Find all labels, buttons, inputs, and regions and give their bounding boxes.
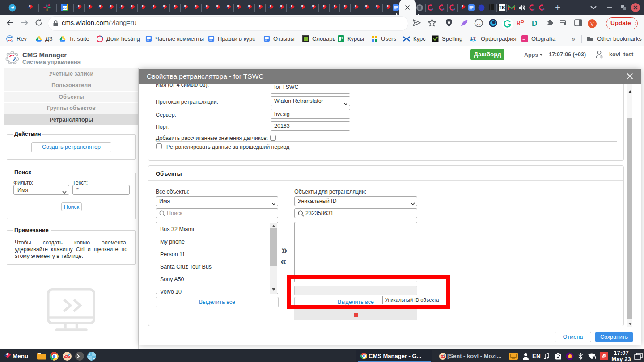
svg-text:TS: TS bbox=[498, 5, 504, 10]
svg-text:23: 23 bbox=[63, 6, 66, 10]
svg-text:V: V bbox=[590, 21, 593, 27]
svg-text:D: D bbox=[532, 19, 537, 28]
svg-text:{..}: {..} bbox=[474, 21, 483, 26]
svg-text:R: R bbox=[516, 20, 521, 27]
svg-text:LT: LT bbox=[470, 36, 476, 41]
